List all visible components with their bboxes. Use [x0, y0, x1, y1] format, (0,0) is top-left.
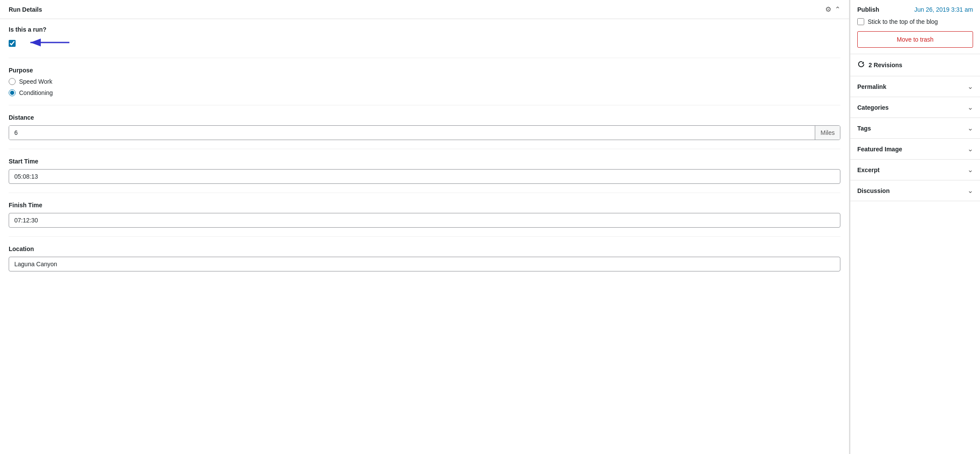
categories-chevron-icon: ⌄	[967, 103, 973, 111]
discussion-title: Discussion	[857, 187, 890, 194]
publish-label: Publish	[857, 6, 879, 13]
tags-chevron-icon: ⌄	[967, 124, 973, 132]
gear-icon[interactable]: ⚙	[825, 5, 831, 13]
conditioning-label: Conditioning	[19, 89, 53, 96]
location-label: Location	[9, 245, 840, 252]
discussion-section: Discussion ⌄	[850, 180, 980, 201]
panel-header: Run Details ⚙ ⌃	[0, 0, 849, 19]
publish-date[interactable]: Jun 26, 2019 3:31 am	[915, 6, 973, 13]
featured-image-section: Featured Image ⌄	[850, 139, 980, 160]
distance-section: Distance Miles	[9, 114, 840, 149]
finish-time-section: Finish Time	[9, 202, 840, 237]
chevron-up-icon[interactable]: ⌃	[835, 5, 840, 13]
featured-image-title: Featured Image	[857, 146, 902, 153]
start-time-input[interactable]	[9, 169, 840, 184]
excerpt-section: Excerpt ⌄	[850, 160, 980, 180]
discussion-chevron-icon: ⌄	[967, 186, 973, 195]
purpose-section: Purpose Speed Work Conditioning	[9, 67, 840, 105]
categories-section: Categories ⌄	[850, 97, 980, 118]
finish-time-label: Finish Time	[9, 202, 840, 209]
panel-body: Is this a run? Purpo	[0, 19, 849, 296]
tags-header[interactable]: Tags ⌄	[850, 118, 980, 138]
excerpt-chevron-icon: ⌄	[967, 166, 973, 174]
excerpt-header[interactable]: Excerpt ⌄	[850, 160, 980, 180]
start-time-label: Start Time	[9, 158, 840, 165]
featured-image-chevron-icon: ⌄	[967, 145, 973, 153]
purpose-radio-group: Speed Work Conditioning	[9, 78, 840, 96]
speed-work-label: Speed Work	[19, 78, 52, 85]
permalink-header[interactable]: Permalink ⌄	[850, 76, 980, 97]
featured-image-header[interactable]: Featured Image ⌄	[850, 139, 980, 159]
permalink-chevron-icon: ⌄	[967, 82, 973, 91]
radio-row-speed-work: Speed Work	[9, 78, 840, 85]
distance-input[interactable]	[9, 126, 815, 140]
is-run-label: Is this a run?	[9, 26, 840, 33]
sticky-label: Stick to the top of the blog	[868, 18, 938, 25]
sidebar: Publish Jun 26, 2019 3:31 am Stick to th…	[850, 0, 980, 454]
tags-title: Tags	[857, 125, 871, 132]
purpose-label: Purpose	[9, 67, 840, 74]
move-to-trash-button[interactable]: Move to trash	[857, 31, 973, 48]
publish-section: Publish Jun 26, 2019 3:31 am Stick to th…	[850, 0, 980, 54]
is-run-checkbox[interactable]	[9, 40, 16, 47]
categories-title: Categories	[857, 104, 889, 111]
radio-speed-work[interactable]	[9, 78, 16, 85]
permalink-section: Permalink ⌄	[850, 76, 980, 97]
finish-time-input[interactable]	[9, 213, 840, 228]
location-section: Location	[9, 245, 840, 280]
radio-conditioning[interactable]	[9, 89, 16, 96]
distance-input-group: Miles	[9, 125, 840, 140]
distance-label: Distance	[9, 114, 840, 121]
radio-row-conditioning: Conditioning	[9, 89, 840, 96]
excerpt-title: Excerpt	[857, 167, 879, 173]
revisions-icon	[857, 60, 865, 70]
is-run-section: Is this a run?	[9, 26, 840, 58]
is-run-row	[9, 37, 840, 49]
panel-header-actions: ⚙ ⌃	[825, 5, 840, 13]
panel-title: Run Details	[9, 6, 42, 13]
main-panel: Run Details ⚙ ⌃ Is this a run?	[0, 0, 849, 454]
sticky-checkbox[interactable]	[857, 18, 864, 25]
discussion-header[interactable]: Discussion ⌄	[850, 180, 980, 201]
start-time-section: Start Time	[9, 158, 840, 193]
revisions-section: 2 Revisions	[850, 54, 980, 76]
tags-section: Tags ⌄	[850, 118, 980, 139]
distance-unit: Miles	[815, 126, 840, 140]
permalink-title: Permalink	[857, 83, 886, 90]
categories-header[interactable]: Categories ⌄	[850, 97, 980, 118]
sticky-row: Stick to the top of the blog	[857, 18, 973, 25]
revisions-label[interactable]: 2 Revisions	[869, 62, 902, 69]
blue-arrow-indicator	[22, 37, 74, 49]
publish-row: Publish Jun 26, 2019 3:31 am	[857, 6, 973, 13]
location-input[interactable]	[9, 257, 840, 271]
